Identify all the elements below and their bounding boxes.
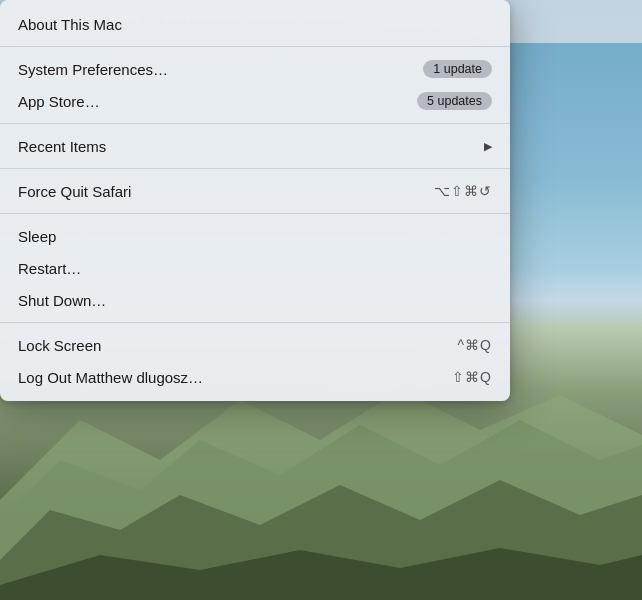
about-this-mac-item[interactable]: About This Mac <box>0 8 510 40</box>
menu-section-recent: Recent Items ▶ <box>0 128 510 164</box>
lock-screen-shortcut: ^⌘Q <box>458 337 492 353</box>
menu-section-session: Lock Screen ^⌘Q Log Out Matthew dlugosz…… <box>0 327 510 395</box>
sleep-label: Sleep <box>18 228 56 245</box>
shut-down-item[interactable]: Shut Down… <box>0 284 510 316</box>
menu-section-system: System Preferences… 1 update App Store… … <box>0 51 510 119</box>
recent-items-label: Recent Items <box>18 138 106 155</box>
system-preferences-label: System Preferences… <box>18 61 168 78</box>
force-quit-safari-label: Force Quit Safari <box>18 183 131 200</box>
menu-section-power: Sleep Restart… Shut Down… <box>0 218 510 318</box>
divider-5 <box>0 322 510 323</box>
apple-dropdown-menu: About This Mac System Preferences… 1 upd… <box>0 0 510 401</box>
system-preferences-badge: 1 update <box>423 60 492 78</box>
lock-screen-right: ^⌘Q <box>458 337 492 353</box>
lock-screen-label: Lock Screen <box>18 337 101 354</box>
restart-label: Restart… <box>18 260 81 277</box>
force-quit-shortcut: ⌥⇧⌘↺ <box>434 183 492 199</box>
divider-2 <box>0 123 510 124</box>
force-quit-right: ⌥⇧⌘↺ <box>434 183 492 199</box>
recent-items-right: ▶ <box>484 140 492 153</box>
log-out-right: ⇧⌘Q <box>452 369 492 385</box>
lock-screen-item[interactable]: Lock Screen ^⌘Q <box>0 329 510 361</box>
menu-section-force-quit: Force Quit Safari ⌥⇧⌘↺ <box>0 173 510 209</box>
recent-items-item[interactable]: Recent Items ▶ <box>0 130 510 162</box>
system-preferences-item[interactable]: System Preferences… 1 update <box>0 53 510 85</box>
app-store-badge: 5 updates <box>417 92 492 110</box>
restart-item[interactable]: Restart… <box>0 252 510 284</box>
system-preferences-right: 1 update <box>423 60 492 78</box>
app-store-label: App Store… <box>18 93 100 110</box>
app-store-item[interactable]: App Store… 5 updates <box>0 85 510 117</box>
divider-4 <box>0 213 510 214</box>
log-out-shortcut: ⇧⌘Q <box>452 369 492 385</box>
divider-1 <box>0 46 510 47</box>
log-out-label: Log Out Matthew dlugosz… <box>18 369 203 386</box>
app-store-right: 5 updates <box>417 92 492 110</box>
sleep-item[interactable]: Sleep <box>0 220 510 252</box>
shut-down-label: Shut Down… <box>18 292 106 309</box>
menu-section-about: About This Mac <box>0 6 510 42</box>
log-out-item[interactable]: Log Out Matthew dlugosz… ⇧⌘Q <box>0 361 510 393</box>
divider-3 <box>0 168 510 169</box>
about-this-mac-label: About This Mac <box>18 16 122 33</box>
force-quit-safari-item[interactable]: Force Quit Safari ⌥⇧⌘↺ <box>0 175 510 207</box>
recent-items-arrow-icon: ▶ <box>484 140 492 153</box>
